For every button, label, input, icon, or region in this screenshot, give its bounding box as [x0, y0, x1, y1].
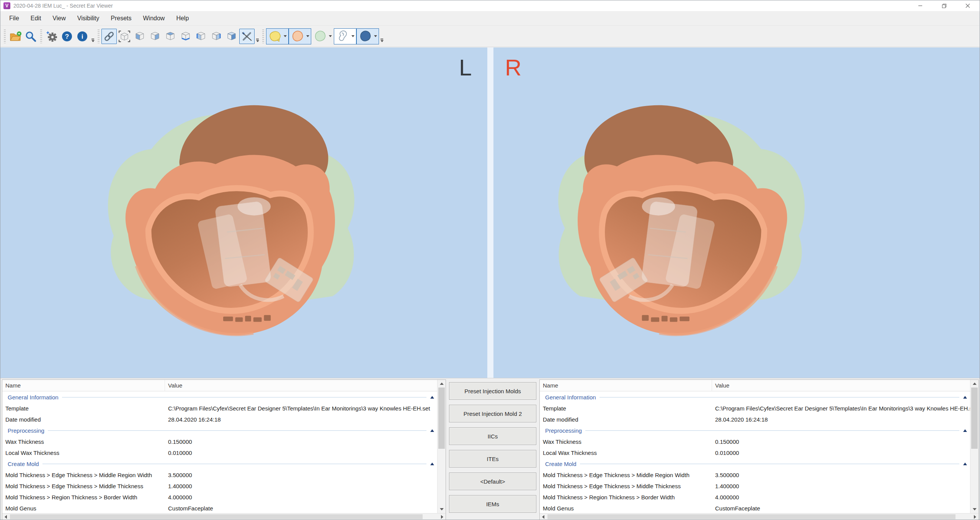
toolbar-overflow-button[interactable]	[90, 29, 96, 44]
collapse-icon[interactable]	[963, 463, 967, 465]
horizontal-scrollbar[interactable]	[2, 513, 446, 520]
preset-button-iics[interactable]: IICs	[449, 427, 536, 445]
name-column-header[interactable]: Name	[540, 380, 712, 391]
section-row-preprocessing[interactable]: Preprocessing	[2, 425, 437, 436]
preset-button-ites[interactable]: ITEs	[449, 450, 536, 468]
scroll-up-button[interactable]	[970, 380, 979, 388]
menu-item-view[interactable]: View	[47, 11, 71, 26]
open-file-button[interactable]	[8, 29, 23, 44]
toolbar-overflow-button[interactable]	[255, 29, 260, 44]
close-button[interactable]	[956, 0, 980, 11]
name-column-header[interactable]: Name	[2, 380, 165, 391]
menu-item-presets[interactable]: Presets	[105, 11, 137, 26]
property-row-local-wax-thickness[interactable]: Local Wax Thickness0.010000	[540, 447, 970, 458]
property-row-local-wax-thickness[interactable]: Local Wax Thickness0.010000	[2, 447, 437, 458]
menu-item-visibility[interactable]: Visibility	[72, 11, 105, 26]
dropdown-arrow-icon[interactable]	[306, 35, 309, 37]
maximize-button[interactable]	[932, 0, 956, 11]
section-row-create-mold[interactable]: Create Mold	[2, 458, 437, 469]
preset-button-preset-injection-molds[interactable]: Preset Injection Molds	[449, 382, 536, 400]
section-row-preprocessing[interactable]: Preprocessing	[540, 425, 970, 436]
property-row-wax-thickness[interactable]: Wax Thickness0.150000	[2, 436, 437, 447]
scroll-right-button[interactable]	[972, 513, 978, 520]
scroll-left-button[interactable]	[2, 513, 9, 520]
section-row-general-information[interactable]: General Information	[2, 392, 437, 403]
scrollbar-thumb[interactable]	[438, 388, 445, 449]
collapse-icon[interactable]	[430, 396, 434, 399]
menu-item-file[interactable]: File	[3, 11, 25, 26]
component-blue-button[interactable]	[356, 28, 379, 44]
preset-button-iems[interactable]: IEMs	[449, 495, 536, 513]
menu-item-edit[interactable]: Edit	[25, 11, 47, 26]
collapse-icon[interactable]	[963, 429, 967, 432]
dropdown-arrow-icon[interactable]	[374, 35, 377, 37]
right-ear-model[interactable]	[557, 54, 822, 357]
property-row-mold-thickness-region-thickness-border-width[interactable]: Mold Thickness > Region Thickness > Bord…	[2, 492, 437, 503]
property-row-mold-genus[interactable]: Mold GenusCustomFaceplate	[540, 503, 970, 513]
collapse-icon[interactable]	[963, 396, 967, 399]
view-top-button[interactable]	[163, 29, 178, 44]
toolbar-grip[interactable]	[98, 29, 100, 43]
view-iso-button[interactable]	[224, 29, 239, 44]
view-right-button[interactable]	[209, 29, 224, 44]
view-left-button[interactable]	[193, 29, 209, 44]
scroll-right-button[interactable]	[439, 513, 446, 520]
preset-button-default[interactable]: <Default>	[449, 473, 536, 490]
preset-button-preset-injection-mold-2[interactable]: Preset Injection Mold 2	[449, 405, 536, 422]
model-green-button[interactable]	[311, 28, 334, 44]
collapse-icon[interactable]	[430, 429, 434, 432]
horizontal-scrollbar[interactable]	[540, 513, 978, 520]
property-row-mold-thickness-edge-thickness-middle-region-width[interactable]: Mold Thickness > Edge Thickness > Middle…	[540, 469, 970, 481]
link-views-button[interactable]	[101, 29, 117, 44]
vertical-scrollbar[interactable]	[437, 380, 446, 513]
vertical-scrollbar[interactable]	[970, 380, 978, 513]
help-button[interactable]: ?	[59, 29, 75, 44]
property-row-date-modified[interactable]: Date modified28.04.2020 16:24:18	[2, 414, 437, 425]
minimize-button[interactable]	[908, 0, 932, 11]
scroll-down-button[interactable]	[970, 505, 979, 513]
fit-selection-button[interactable]	[117, 29, 132, 44]
property-row-template[interactable]: TemplateC:\Program Files\Cyfex\Secret Ea…	[2, 403, 437, 414]
collapse-icon[interactable]	[430, 463, 434, 465]
property-name: Local Wax Thickness	[2, 450, 165, 456]
toggle-slash-button[interactable]	[239, 29, 255, 44]
left-ear-model[interactable]	[91, 54, 355, 357]
value-column-header[interactable]: Value	[712, 382, 978, 389]
view-bottom-button[interactable]	[178, 29, 193, 44]
property-row-mold-genus[interactable]: Mold GenusCustomFaceplate	[2, 503, 437, 513]
toolbar-grip[interactable]	[262, 29, 264, 43]
section-row-general-information[interactable]: General Information	[540, 392, 970, 403]
viewport-3d[interactable]: L R	[0, 47, 980, 378]
mold-orange-button[interactable]	[289, 28, 311, 44]
property-row-template[interactable]: TemplateC:\Program Files\Cyfex\Secret Ea…	[540, 403, 970, 414]
dropdown-arrow-icon[interactable]	[351, 35, 354, 37]
scrollbar-thumb[interactable]	[547, 514, 956, 519]
view-back-button[interactable]	[147, 29, 163, 44]
scroll-down-button[interactable]	[438, 505, 446, 513]
dropdown-arrow-icon[interactable]	[284, 35, 287, 37]
section-row-create-mold[interactable]: Create Mold	[540, 458, 970, 469]
view-front-button[interactable]	[132, 29, 147, 44]
toolbar-grip[interactable]	[40, 29, 42, 43]
menu-item-help[interactable]: Help	[170, 11, 194, 26]
scroll-left-button[interactable]	[540, 513, 547, 520]
property-row-mold-thickness-edge-thickness-middle-thickness[interactable]: Mold Thickness > Edge Thickness > Middle…	[540, 481, 970, 492]
scroll-up-button[interactable]	[438, 380, 446, 388]
settings-button[interactable]	[44, 29, 59, 44]
scrollbar-thumb[interactable]	[10, 514, 423, 519]
value-column-header[interactable]: Value	[165, 382, 446, 389]
shell-yellow-button[interactable]	[266, 28, 289, 44]
zoom-button[interactable]	[23, 29, 38, 44]
menu-item-window[interactable]: Window	[137, 11, 171, 26]
property-row-mold-thickness-edge-thickness-middle-thickness[interactable]: Mold Thickness > Edge Thickness > Middle…	[2, 481, 437, 492]
property-row-mold-thickness-edge-thickness-middle-region-width[interactable]: Mold Thickness > Edge Thickness > Middle…	[2, 469, 437, 481]
property-row-mold-thickness-region-thickness-border-width[interactable]: Mold Thickness > Region Thickness > Bord…	[540, 492, 970, 503]
toolbar-overflow-button[interactable]	[379, 29, 385, 44]
property-row-wax-thickness[interactable]: Wax Thickness0.150000	[540, 436, 970, 447]
property-row-date-modified[interactable]: Date modified28.04.2020 16:24:18	[540, 414, 970, 425]
ear-impression-button[interactable]	[334, 28, 356, 44]
scrollbar-thumb[interactable]	[971, 388, 978, 449]
toolbar-grip[interactable]	[4, 29, 6, 43]
about-button[interactable]: i	[75, 29, 90, 44]
dropdown-arrow-icon[interactable]	[329, 35, 332, 37]
